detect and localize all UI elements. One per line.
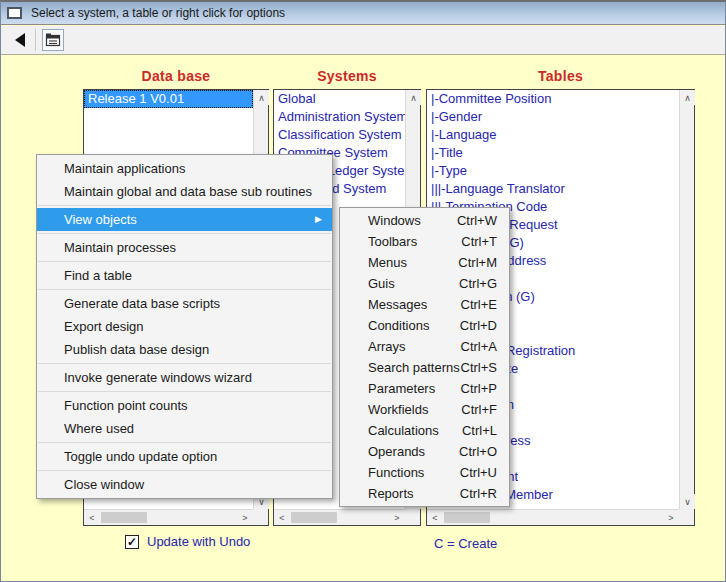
context-menu-item[interactable]: Find a table (37, 264, 332, 287)
submenu-item[interactable]: Guis Ctrl+G (340, 273, 509, 294)
scrollbar-corner (405, 509, 420, 525)
window-icon[interactable] (7, 7, 22, 19)
scroll-up-icon[interactable]: ∧ (254, 90, 269, 105)
scroll-up-icon[interactable]: ∧ (406, 90, 421, 105)
context-menu-item[interactable]: Where used (37, 417, 332, 440)
shortcut-label: Ctrl+S (461, 357, 497, 378)
toolbar-separator (35, 29, 36, 51)
submenu-item[interactable]: Conditions Ctrl+D (340, 315, 509, 336)
view-objects-submenu: Windows Ctrl+W Toolbars Ctrl+T Menus Ctr… (339, 207, 510, 507)
list-item[interactable]: Release 1 V0.01 (84, 90, 253, 108)
submenu-item[interactable]: Toolbars Ctrl+T (340, 231, 509, 252)
tables-vscrollbar[interactable]: ∧ ∨ (679, 90, 694, 509)
list-item[interactable]: Global (274, 90, 405, 108)
database-header: Data base (83, 68, 269, 86)
submenu-item[interactable]: Calculations Ctrl+L (340, 420, 509, 441)
submenu-item[interactable]: Search patterns Ctrl+S (340, 357, 509, 378)
scroll-right-icon[interactable]: > (389, 510, 405, 525)
submenu-item[interactable]: Parameters Ctrl+P (340, 378, 509, 399)
submenu-arrow-icon: ▶ (315, 208, 322, 231)
submenu-item[interactable]: Menus Ctrl+M (340, 252, 509, 273)
submenu-item[interactable]: Arrays Ctrl+A (340, 336, 509, 357)
context-menu-item (38, 261, 331, 262)
context-menu-item[interactable]: Function point counts (37, 394, 332, 417)
context-menu-item[interactable]: Export design (37, 315, 332, 338)
context-menu-item[interactable]: Generate data base scripts (37, 292, 332, 315)
shortcut-label: Ctrl+T (461, 231, 497, 252)
submenu-item[interactable]: Windows Ctrl+W (340, 210, 509, 231)
shortcut-label: Ctrl+R (460, 483, 497, 504)
submenu-item[interactable]: Workfields Ctrl+F (340, 399, 509, 420)
shortcut-label: Ctrl+F (461, 399, 497, 420)
shortcut-label: Ctrl+M (458, 252, 497, 273)
context-menu-item (38, 391, 331, 392)
list-item[interactable]: Classification System (274, 126, 405, 144)
scrollbar-corner (253, 509, 268, 525)
database-hscrollbar[interactable]: < > (84, 509, 253, 525)
shortcut-label: Ctrl+P (461, 378, 497, 399)
scroll-left-icon[interactable]: < (427, 510, 443, 525)
scroll-up-icon[interactable]: ∧ (680, 90, 695, 105)
check-icon: ✓ (127, 535, 137, 549)
scroll-right-icon[interactable]: > (237, 510, 253, 525)
window-title: Select a system, a table or right click … (31, 6, 285, 20)
title-bar: Select a system, a table or right click … (1, 2, 725, 25)
table-row[interactable]: |-Type (427, 162, 679, 180)
shortcut-label: Ctrl+U (460, 462, 497, 483)
table-row[interactable]: |||-Language Translator (427, 180, 679, 198)
context-menu-item (38, 470, 331, 471)
context-menu-item (38, 289, 331, 290)
back-arrow-icon (15, 33, 25, 47)
context-menu-item[interactable]: Maintain global and data base sub routin… (37, 180, 332, 203)
table-row[interactable]: |-Title (427, 144, 679, 162)
list-item[interactable]: Administration System (274, 108, 405, 126)
shortcut-label: Ctrl+A (461, 336, 497, 357)
scrollbar-thumb[interactable] (101, 512, 147, 523)
scroll-down-icon[interactable]: ∨ (680, 494, 695, 509)
window-menu-button[interactable] (42, 29, 64, 51)
client-area: Data base Systems Tables Release 1 V0.01… (1, 55, 725, 581)
shortcut-label: Ctrl+W (457, 210, 497, 231)
table-row[interactable]: |-Language (427, 126, 679, 144)
tables-hscrollbar[interactable]: < > (427, 509, 679, 525)
submenu-item[interactable]: Reports Ctrl+R (340, 483, 509, 504)
context-menu-item (38, 363, 331, 364)
scrollbar-corner (679, 509, 694, 525)
shortcut-label: Ctrl+D (460, 315, 497, 336)
context-menu: Maintain applications Maintain global an… (36, 154, 333, 499)
submenu-item[interactable]: Operands Ctrl+O (340, 441, 509, 462)
scrollbar-thumb[interactable] (291, 512, 337, 523)
table-row[interactable]: |-Committee Position (427, 90, 679, 108)
submenu-item[interactable]: Messages Ctrl+E (340, 294, 509, 315)
context-menu-item[interactable]: Maintain processes (37, 236, 332, 259)
scroll-left-icon[interactable]: < (84, 510, 100, 525)
back-button[interactable] (9, 29, 31, 51)
context-menu-item[interactable]: Invoke generate windows wizard (37, 366, 332, 389)
submenu-item[interactable]: Functions Ctrl+U (340, 462, 509, 483)
checkbox-box[interactable]: ✓ (125, 535, 139, 549)
scroll-right-icon[interactable]: > (663, 510, 679, 525)
toolbar (1, 26, 725, 55)
systems-header: Systems (273, 68, 421, 86)
shortcut-label: Ctrl+G (459, 273, 497, 294)
checkbox-label: Update with Undo (147, 534, 250, 549)
update-with-undo-checkbox[interactable]: ✓ Update with Undo (125, 534, 250, 549)
context-menu-item[interactable]: Publish data base design (37, 338, 332, 361)
context-menu-item[interactable]: View objects ▶ (37, 208, 332, 231)
context-menu-item[interactable]: Close window (37, 473, 332, 496)
table-row[interactable]: |-Gender (427, 108, 679, 126)
app-window: Select a system, a table or right click … (0, 0, 726, 582)
context-menu-item[interactable]: Maintain applications (37, 157, 332, 180)
create-legend: C = Create (434, 536, 497, 551)
window-menu-icon (45, 33, 61, 47)
scrollbar-thumb[interactable] (444, 512, 490, 523)
context-menu-item[interactable]: Toggle undo update option (37, 445, 332, 468)
shortcut-label: Ctrl+L (462, 420, 497, 441)
scroll-left-icon[interactable]: < (274, 510, 290, 525)
shortcut-label: Ctrl+O (459, 441, 497, 462)
context-menu-item (38, 233, 331, 234)
systems-hscrollbar[interactable]: < > (274, 509, 405, 525)
context-menu-item (38, 442, 331, 443)
context-menu-item (38, 205, 331, 206)
shortcut-label: Ctrl+E (461, 294, 497, 315)
